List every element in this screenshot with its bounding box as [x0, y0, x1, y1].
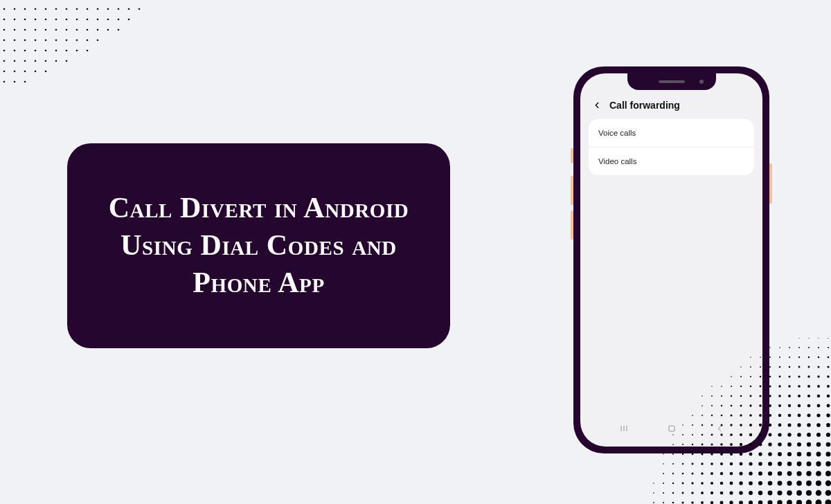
screen-title: Call forwarding: [609, 100, 680, 111]
svg-point-195: [807, 413, 810, 417]
svg-point-112: [798, 366, 801, 368]
svg-point-4: [45, 8, 47, 10]
phone-side-button: [571, 176, 573, 205]
svg-point-306: [701, 472, 704, 475]
svg-point-29: [24, 29, 26, 31]
svg-point-381: [787, 500, 792, 504]
svg-point-49: [3, 50, 6, 52]
svg-point-277: [825, 451, 830, 456]
svg-point-310: [739, 471, 742, 475]
svg-point-345: [653, 492, 654, 494]
svg-point-66: [14, 71, 16, 73]
svg-point-304: [682, 473, 684, 475]
svg-point-375: [729, 501, 733, 504]
svg-point-56: [76, 50, 78, 52]
svg-point-127: [807, 375, 810, 377]
svg-point-336: [778, 481, 783, 486]
svg-point-86: [789, 347, 790, 348]
svg-point-46: [76, 39, 78, 42]
recents-icon[interactable]: [618, 422, 630, 435]
svg-point-98: [789, 357, 790, 358]
svg-point-32: [55, 29, 57, 31]
svg-point-8: [87, 8, 89, 10]
svg-point-357: [768, 491, 773, 496]
svg-point-271: [768, 452, 772, 456]
list-item[interactable]: Voice calls: [589, 119, 754, 147]
svg-point-261: [672, 453, 674, 455]
svg-point-361: [806, 490, 812, 496]
svg-point-255: [816, 442, 821, 447]
dot-pattern-decoration: [0, 6, 145, 92]
svg-point-55: [66, 50, 68, 52]
svg-point-28: [14, 29, 16, 31]
svg-point-80: [828, 338, 829, 339]
svg-point-349: [691, 492, 693, 494]
svg-point-125: [788, 375, 790, 377]
svg-point-214: [807, 423, 810, 426]
list-item-label: Voice calls: [598, 129, 636, 137]
svg-point-109: [769, 366, 771, 368]
svg-point-60: [24, 60, 26, 62]
svg-point-63: [55, 60, 57, 62]
svg-point-34: [76, 29, 78, 31]
svg-point-31: [45, 29, 47, 31]
svg-point-15: [14, 19, 16, 21]
svg-point-21: [76, 19, 78, 21]
svg-point-292: [768, 462, 772, 466]
svg-point-115: [827, 366, 829, 368]
svg-point-285: [701, 462, 703, 465]
svg-point-78: [808, 338, 810, 339]
svg-point-351: [711, 492, 713, 494]
svg-point-18: [45, 19, 47, 21]
svg-point-39: [3, 39, 6, 42]
svg-point-335: [768, 481, 773, 486]
svg-point-371: [691, 501, 694, 504]
svg-point-331: [730, 482, 733, 485]
svg-point-71: [14, 81, 16, 83]
svg-point-253: [797, 442, 801, 447]
svg-point-52: [35, 50, 37, 52]
svg-point-59: [14, 60, 16, 62]
svg-point-145: [827, 385, 830, 388]
svg-point-44: [55, 39, 57, 42]
svg-point-270: [758, 452, 762, 456]
svg-point-234: [807, 433, 811, 437]
svg-point-355: [749, 491, 753, 495]
phone-screen: Call forwarding Voice calls Video calls: [580, 73, 762, 447]
svg-point-359: [787, 490, 792, 496]
svg-point-283: [682, 463, 684, 465]
svg-point-333: [749, 481, 753, 485]
svg-point-2: [24, 8, 26, 10]
svg-point-356: [758, 491, 762, 495]
svg-point-102: [828, 357, 830, 359]
home-icon[interactable]: [665, 422, 678, 435]
svg-point-215: [816, 423, 821, 427]
svg-point-256: [826, 442, 831, 447]
svg-point-330: [720, 482, 724, 485]
back-icon[interactable]: [591, 100, 602, 111]
svg-point-276: [816, 452, 821, 457]
svg-point-352: [720, 492, 724, 495]
svg-point-65: [3, 71, 6, 73]
svg-point-263: [692, 453, 694, 456]
svg-point-323: [653, 483, 654, 484]
svg-point-340: [816, 480, 821, 486]
svg-point-141: [788, 385, 790, 387]
title-card: Call Divert in Android Using Dial Codes …: [67, 143, 450, 348]
svg-point-25: [118, 19, 120, 21]
back-nav-icon[interactable]: [713, 422, 726, 435]
svg-point-274: [797, 452, 801, 456]
svg-point-294: [787, 462, 792, 467]
list-item[interactable]: Video calls: [589, 147, 754, 175]
svg-point-110: [779, 366, 780, 368]
svg-point-334: [758, 481, 762, 485]
svg-point-286: [711, 462, 713, 465]
svg-point-142: [798, 385, 801, 388]
svg-point-13: [138, 8, 141, 10]
svg-point-178: [817, 404, 821, 408]
svg-point-211: [778, 424, 782, 427]
svg-point-50: [14, 50, 16, 52]
svg-point-289: [740, 462, 743, 466]
svg-point-38: [118, 29, 120, 31]
svg-point-291: [758, 462, 762, 466]
